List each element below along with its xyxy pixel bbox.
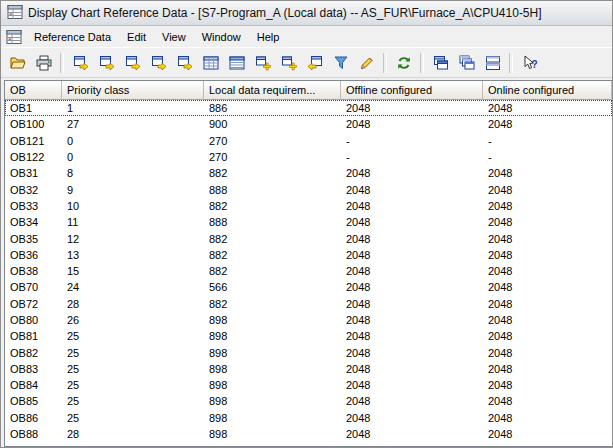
column-header-ob[interactable]: OB — [5, 81, 62, 100]
table-row-ob35[interactable]: OB351288220482048 — [5, 230, 612, 246]
edit-filter-icon[interactable] — [354, 51, 379, 75]
goto-first-usage-icon — [255, 55, 271, 71]
table-row-ob84[interactable]: OB842589820482048 — [5, 377, 612, 393]
table-cell: 2048 — [483, 347, 612, 359]
table-cell: 25 — [62, 330, 204, 342]
table-cell: 898 — [204, 363, 341, 375]
table-cell: 25 — [62, 379, 204, 391]
table-cell: 2048 — [483, 330, 612, 342]
table-row-ob38[interactable]: OB381588220482048 — [5, 263, 612, 279]
table-cell: - — [341, 151, 483, 163]
table-cell: 1 — [62, 102, 204, 114]
table-row-ob72[interactable]: OB722888220482048 — [5, 296, 612, 312]
table-view-icon[interactable] — [198, 51, 223, 75]
help-icon[interactable]: ? — [517, 51, 542, 75]
column-header-priority-class[interactable]: Priority class — [62, 81, 204, 100]
menu-bar: Reference DataEditViewWindowHelp — [1, 26, 612, 47]
column-header-local-data-requirem[interactable]: Local data requirem... — [204, 81, 341, 100]
table-cell: 2048 — [341, 216, 483, 228]
table-cell: 2048 — [483, 233, 612, 245]
table-cell: OB82 — [5, 347, 62, 359]
table-cell: 882 — [204, 265, 341, 277]
refresh-icon — [396, 55, 412, 71]
unused-symbols-view-icon[interactable] — [146, 51, 171, 75]
table-cell: OB70 — [5, 281, 62, 293]
table-cell: 25 — [62, 412, 204, 424]
table-row-ob70[interactable]: OB702456620482048 — [5, 279, 612, 295]
table-cell: 12 — [62, 233, 204, 245]
table-cell: 898 — [204, 412, 341, 424]
block-calls-view-icon — [99, 55, 115, 71]
table-cell: OB81 — [5, 330, 62, 342]
column-header-offline-configured[interactable]: Offline configured — [341, 81, 483, 100]
table-cell: 2048 — [341, 200, 483, 212]
table-cell: OB86 — [5, 412, 62, 424]
table-cell: 2048 — [483, 363, 612, 375]
table-cell: - — [483, 151, 612, 163]
table-row-ob31[interactable]: OB31888220482048 — [5, 165, 612, 181]
cascade-windows-icon[interactable] — [454, 51, 479, 75]
goto-location-icon[interactable] — [302, 51, 327, 75]
addresses-without-symbol-view-icon[interactable] — [172, 51, 197, 75]
program-structure-view-icon[interactable] — [120, 51, 145, 75]
goto-next-usage-icon[interactable] — [276, 51, 301, 75]
mdi-child-icon[interactable] — [6, 29, 22, 45]
table-view-icon — [203, 55, 219, 71]
new-window-icon[interactable] — [428, 51, 453, 75]
table-row-ob80[interactable]: OB802689820482048 — [5, 312, 612, 328]
table-cell: OB85 — [5, 395, 62, 407]
table-row-ob83[interactable]: OB832589820482048 — [5, 361, 612, 377]
table-cell: OB100 — [5, 118, 62, 130]
program-structure-view-icon — [125, 55, 141, 71]
toolbar-separator — [420, 53, 424, 73]
print-icon[interactable] — [31, 51, 56, 75]
table-cell: OB121 — [5, 135, 62, 147]
table-cell: 2048 — [341, 314, 483, 326]
menu-item-help[interactable]: Help — [249, 28, 288, 46]
menu-item-reference-data[interactable]: Reference Data — [26, 28, 119, 46]
table-cell: OB34 — [5, 216, 62, 228]
table-row-ob85[interactable]: OB852589820482048 — [5, 393, 612, 409]
table-cell: 2048 — [341, 249, 483, 261]
table-cell: 24 — [62, 281, 204, 293]
assignment-view-icon[interactable] — [68, 51, 93, 75]
table-cell: OB36 — [5, 249, 62, 261]
help-icon: ? — [522, 55, 538, 71]
filter-icon[interactable] — [328, 51, 353, 75]
table-row-ob1[interactable]: OB1188620482048 — [5, 100, 612, 116]
table-row-ob32[interactable]: OB32988820482048 — [5, 181, 612, 197]
table-row-ob36[interactable]: OB361388220482048 — [5, 247, 612, 263]
menu-item-edit[interactable]: Edit — [119, 28, 154, 46]
block-calls-view-icon[interactable] — [94, 51, 119, 75]
menu-item-view[interactable]: View — [154, 28, 194, 46]
column-header-online-configured[interactable]: Online configured — [483, 81, 612, 100]
table-row-ob86[interactable]: OB862589820482048 — [5, 410, 612, 426]
table-row-ob82[interactable]: OB822589820482048 — [5, 344, 612, 360]
goto-first-usage-icon[interactable] — [250, 51, 275, 75]
table-row-ob122[interactable]: OB1220270-- — [5, 149, 612, 165]
refresh-icon[interactable] — [391, 51, 416, 75]
table-cell: 28 — [62, 298, 204, 310]
table-cell: 886 — [204, 102, 341, 114]
tile-windows-icon[interactable] — [480, 51, 505, 75]
table-cell: 2048 — [341, 412, 483, 424]
table-cell: - — [341, 135, 483, 147]
table-row-ob33[interactable]: OB331088220482048 — [5, 198, 612, 214]
table-row-ob88[interactable]: OB882889820482048 — [5, 426, 612, 442]
table-cell: 2048 — [341, 298, 483, 310]
open-icon[interactable] — [5, 51, 30, 75]
table-cell: 2048 — [341, 233, 483, 245]
table-cell: 25 — [62, 363, 204, 375]
table-cell: 2048 — [341, 265, 483, 277]
table-row-ob121[interactable]: OB1210270-- — [5, 133, 612, 149]
table-cell: 2048 — [483, 167, 612, 179]
table-cell: 2048 — [483, 298, 612, 310]
table-cell: 10 — [62, 200, 204, 212]
details-view-icon[interactable] — [224, 51, 249, 75]
table-row-ob81[interactable]: OB812589820482048 — [5, 328, 612, 344]
table-cell: 882 — [204, 249, 341, 261]
menu-item-window[interactable]: Window — [194, 28, 249, 46]
table-row-ob34[interactable]: OB341188820482048 — [5, 214, 612, 230]
table-cell: 2048 — [341, 428, 483, 440]
table-row-ob100[interactable]: OB1002790020482048 — [5, 116, 612, 132]
